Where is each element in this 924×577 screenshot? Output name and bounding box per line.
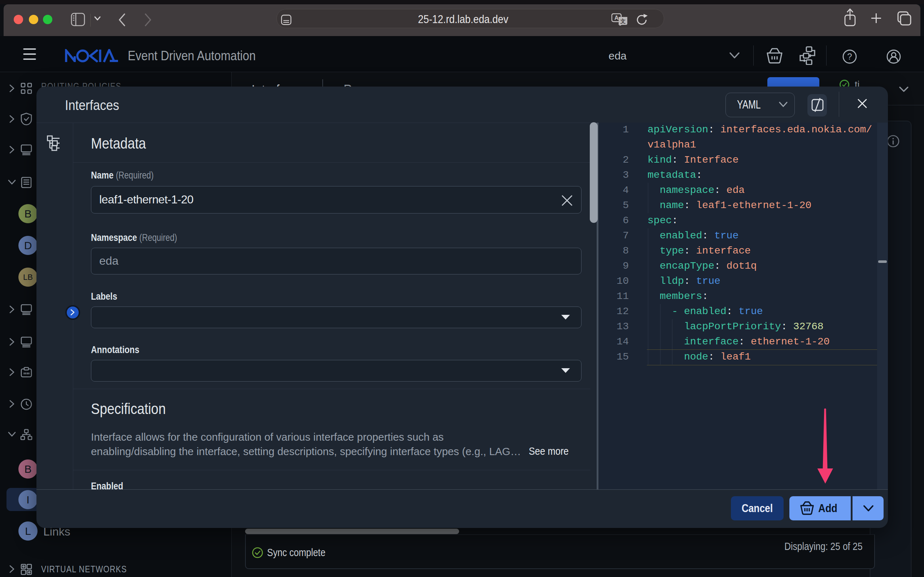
svg-text:A: A (614, 15, 619, 21)
svg-text:文: 文 (620, 18, 626, 24)
svg-text:?: ? (847, 52, 852, 61)
